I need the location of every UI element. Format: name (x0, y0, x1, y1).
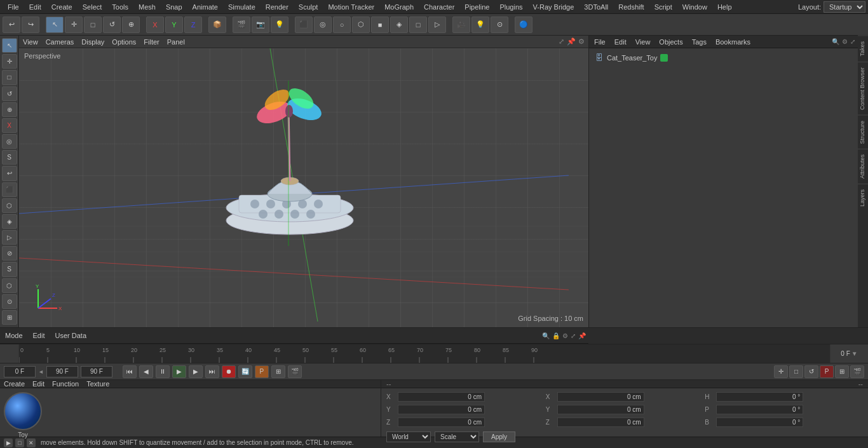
sky-button[interactable]: ⊙ (491, 17, 508, 33)
attr-lock-icon[interactable]: 🔒 (552, 332, 560, 339)
menu-sculpt[interactable]: Sculpt (294, 2, 323, 12)
ls-ban-btn[interactable]: ⊘ (2, 246, 17, 261)
camera-button[interactable]: 🎥 (452, 17, 470, 33)
z-axis-button[interactable]: Z (184, 17, 202, 33)
ls-select-btn[interactable]: ↖ (2, 38, 17, 53)
ls-square-btn[interactable]: ⬛ (2, 182, 17, 197)
filter-icon[interactable]: ⚙ (842, 38, 848, 45)
playback-end-field[interactable] (46, 366, 78, 377)
scale-tool-button[interactable]: □ (84, 17, 102, 33)
menu-animate[interactable]: Animate (187, 2, 223, 12)
ls-poly-btn[interactable]: ⊕ (2, 102, 17, 117)
tag-button[interactable]: 🔵 (515, 17, 532, 33)
mat-edit-menu[interactable]: Edit (32, 380, 44, 388)
cube-button[interactable]: ⬛ (295, 17, 313, 33)
ls-s2-btn[interactable]: S (2, 262, 17, 276)
vp-menu-panel[interactable]: Panel (167, 38, 185, 46)
coord-world-dropdown[interactable]: World (386, 431, 431, 442)
render-to-po-button[interactable]: 💡 (271, 17, 288, 33)
rp-tags-menu[interactable]: Tags (689, 37, 709, 47)
attr-pin-icon[interactable]: 📌 (578, 332, 586, 339)
search-icon[interactable]: 🔍 (832, 38, 839, 45)
menu-render[interactable]: Render (261, 2, 294, 12)
rp-edit-menu[interactable]: Edit (612, 37, 629, 47)
timeline-ruler[interactable]: 0 5 10 15 20 25 30 35 40 45 50 55 60 (19, 344, 830, 363)
transform-button[interactable]: ⊕ (122, 17, 140, 33)
side-tab-layers[interactable]: Layers (858, 184, 868, 212)
attr-gear-icon[interactable]: ⚙ (562, 332, 568, 339)
spline-button[interactable]: ◈ (390, 17, 408, 33)
render-frame-button[interactable]: 📷 (252, 17, 269, 33)
cylinder-button[interactable]: ○ (333, 17, 351, 33)
menu-character[interactable]: Character (419, 2, 459, 12)
coord-y-input[interactable] (398, 405, 485, 414)
anim-tb[interactable]: 🎬 (850, 365, 864, 378)
ls-play-btn[interactable]: ▷ (2, 230, 17, 245)
move-tool-button[interactable]: ✛ (65, 17, 83, 33)
expand-icon[interactable]: ⤢ (850, 38, 855, 45)
coord-b-input[interactable] (716, 417, 803, 427)
rotate-tool-tb[interactable]: ↺ (804, 365, 818, 378)
attr-mode-menu[interactable]: Mode (3, 330, 25, 341)
ls-x-btn[interactable]: X (2, 118, 17, 133)
render-region-button[interactable]: 🎬 (233, 17, 250, 33)
menu-plugins[interactable]: Plugins (494, 2, 527, 12)
side-tab-takes[interactable]: Takes (858, 36, 868, 62)
layout-dropdown[interactable]: Startup (824, 1, 865, 13)
ls-hex-btn[interactable]: ⬡ (2, 198, 17, 213)
play-next-button[interactable]: ▶ (189, 365, 203, 378)
coord-sy-input[interactable] (557, 405, 644, 414)
ls-grid-btn[interactable]: ⊞ (2, 310, 17, 325)
ls-circle-btn[interactable]: ◎ (2, 134, 17, 149)
vp-menu-cameras[interactable]: Cameras (46, 38, 74, 46)
play-start-button[interactable]: ⏮ (123, 365, 137, 378)
attr-userdata-menu[interactable]: User Data (53, 330, 90, 341)
menu-vray[interactable]: V-Ray Bridge (528, 2, 580, 12)
menu-motion-tracker[interactable]: Motion Tracker (323, 2, 379, 12)
viewport[interactable]: X Y Z Perspective Grid Spacing : 10 cm (19, 48, 588, 327)
menu-simulate[interactable]: Simulate (223, 2, 261, 12)
mat-texture-menu[interactable]: Texture (86, 380, 109, 388)
status-close-icon[interactable]: ✕ (27, 438, 36, 447)
ls-hex2-btn[interactable]: ⬡ (2, 278, 17, 293)
parametric-button[interactable]: ⬡ (352, 17, 370, 33)
menu-help[interactable]: Help (712, 2, 737, 12)
coord-z-input[interactable] (398, 417, 485, 427)
menu-redshift[interactable]: Redshift (613, 2, 649, 12)
menu-select[interactable]: Select (78, 2, 107, 12)
vp-menu-filter[interactable]: Filter (144, 38, 159, 46)
autokey-button[interactable]: 🎬 (288, 365, 302, 378)
menu-mograph[interactable]: MoGraph (379, 2, 419, 12)
attr-expand-icon[interactable]: ⤢ (571, 332, 576, 339)
attr-edit-menu[interactable]: Edit (31, 330, 48, 341)
coord-sz-input[interactable] (557, 417, 644, 427)
play-stop-button[interactable]: ⏸ (156, 365, 170, 378)
sphere-button[interactable]: ◎ (314, 17, 332, 33)
menu-create[interactable]: Create (46, 2, 78, 12)
record-obj-button[interactable]: P (255, 365, 269, 378)
menu-pipeline[interactable]: Pipeline (459, 2, 494, 12)
y-axis-button[interactable]: Y (165, 17, 183, 33)
status-play-icon[interactable]: ▶ (4, 438, 13, 447)
object-visibility-dot[interactable] (660, 54, 668, 62)
object-mode-button[interactable]: 📦 (208, 17, 226, 33)
scale-tool-tb[interactable]: □ (789, 365, 803, 378)
record-button[interactable]: ⏺ (222, 365, 236, 378)
ls-arrow-btn[interactable]: ↩ (2, 166, 17, 180)
ls-diamond-btn[interactable]: ◈ (2, 214, 17, 229)
attr-search-icon[interactable]: 🔍 (542, 332, 550, 339)
menu-snap[interactable]: Snap (161, 2, 187, 12)
side-tab-structure[interactable]: Structure (858, 115, 868, 149)
status-square-icon[interactable]: □ (15, 438, 24, 447)
record-grid-button[interactable]: ⊞ (271, 365, 285, 378)
mat-function-menu[interactable]: Function (52, 380, 79, 388)
ls-rotate-btn[interactable]: ↺ (2, 86, 17, 101)
coord-sx-input[interactable] (557, 392, 644, 402)
loop-button[interactable]: 🔄 (238, 365, 252, 378)
rp-bookmarks-menu[interactable]: Bookmarks (713, 37, 753, 47)
vp-icon-settings[interactable]: ⚙ (578, 37, 585, 46)
deformer-button[interactable]: ▷ (428, 17, 446, 33)
side-tab-content-browser[interactable]: Content Browser (858, 62, 868, 115)
coord-scale-dropdown[interactable]: Scale (435, 431, 479, 442)
side-tab-attributes[interactable]: Attributes (858, 149, 868, 184)
